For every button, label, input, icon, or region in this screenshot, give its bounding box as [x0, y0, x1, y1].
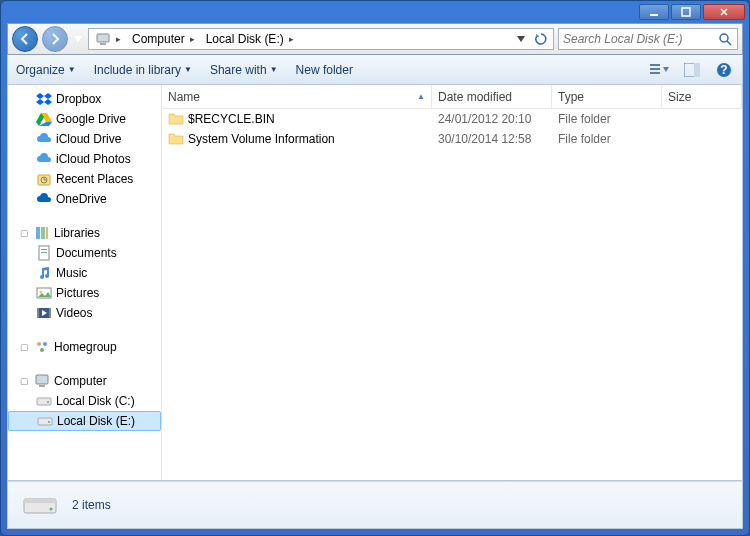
column-name[interactable]: Name ▲	[162, 85, 432, 108]
icloud-icon	[36, 131, 52, 147]
history-dropdown[interactable]	[72, 30, 84, 48]
search-icon[interactable]	[717, 31, 733, 47]
column-date[interactable]: Date modified	[432, 85, 552, 108]
tree-label: iCloud Drive	[56, 132, 121, 146]
tree-label: Videos	[56, 306, 92, 320]
svg-point-21	[40, 291, 43, 294]
computer-icon	[34, 373, 50, 389]
svg-rect-16	[46, 227, 48, 239]
tree-label: OneDrive	[56, 192, 107, 206]
svg-point-4	[720, 34, 728, 42]
svg-rect-32	[38, 418, 52, 425]
sidebar-item-onedrive[interactable]: OneDrive	[8, 189, 161, 209]
preview-pane-button[interactable]	[682, 60, 702, 80]
navigation-pane[interactable]: DropboxGoogle DriveiCloud DriveiCloud Ph…	[8, 85, 162, 480]
svg-rect-24	[49, 308, 51, 318]
command-bar: Organize ▼ Include in library ▼ Share wi…	[7, 55, 743, 85]
column-type[interactable]: Type	[552, 85, 662, 108]
svg-rect-9	[694, 63, 700, 77]
back-button[interactable]	[12, 26, 38, 52]
recent-icon	[36, 171, 52, 187]
tree-label: Libraries	[54, 226, 100, 240]
chevron-right-icon: ▸	[286, 34, 297, 44]
column-label: Name	[168, 90, 200, 104]
view-options-button[interactable]	[650, 60, 670, 80]
svg-rect-14	[36, 227, 40, 239]
file-list[interactable]: $RECYCLE.BIN24/01/2012 20:10File folderS…	[162, 109, 742, 480]
caret-down-icon: ▼	[184, 65, 192, 74]
new-folder-button[interactable]: New folder	[296, 63, 353, 77]
sort-asc-icon: ▲	[417, 92, 425, 101]
sidebar-drive-localdiske[interactable]: Local Disk (E:)	[8, 411, 161, 431]
gdrive-icon	[36, 111, 52, 127]
svg-point-36	[50, 508, 53, 511]
include-library-menu[interactable]: Include in library ▼	[94, 63, 192, 77]
tree-label: Computer	[54, 374, 107, 388]
sidebar-item-google-drive[interactable]: Google Drive	[8, 109, 161, 129]
sidebar-item-pictures[interactable]: Pictures	[8, 283, 161, 303]
address-dropdown[interactable]	[511, 29, 531, 49]
svg-point-27	[40, 348, 44, 352]
sidebar-computer[interactable]: ▢Computer	[8, 371, 161, 391]
sidebar-libraries[interactable]: ▢Libraries	[8, 223, 161, 243]
sidebar-item-dropbox[interactable]: Dropbox	[8, 89, 161, 109]
tree-label: Dropbox	[56, 92, 101, 106]
expander-icon[interactable]: ▢	[20, 376, 30, 386]
onedrive-icon	[36, 191, 52, 207]
search-input[interactable]	[563, 32, 717, 46]
computer-icon	[95, 31, 111, 47]
tree-label: Local Disk (C:)	[56, 394, 135, 408]
close-button[interactable]	[703, 4, 745, 20]
sidebar-item-music[interactable]: Music	[8, 263, 161, 283]
vid-icon	[36, 305, 52, 321]
share-menu[interactable]: Share with ▼	[210, 63, 278, 77]
tree-label: Music	[56, 266, 87, 280]
refresh-button[interactable]	[531, 29, 551, 49]
sidebar-item-recent-places[interactable]: Recent Places	[8, 169, 161, 189]
expander-icon[interactable]: ▢	[20, 342, 30, 352]
address-bar[interactable]: ▸ Computer ▸ Local Disk (E:) ▸	[88, 28, 554, 50]
breadcrumb-root[interactable]: ▸	[91, 29, 128, 49]
maximize-button[interactable]	[671, 4, 701, 20]
svg-rect-7	[650, 72, 660, 74]
tree-label: Pictures	[56, 286, 99, 300]
content-area: DropboxGoogle DriveiCloud DriveiCloud Ph…	[7, 85, 743, 481]
column-size[interactable]: Size	[662, 85, 742, 108]
chevron-right-icon: ▸	[187, 34, 198, 44]
sidebar-drive-localdiskc[interactable]: Local Disk (C:)	[8, 391, 161, 411]
icloud-icon	[36, 151, 52, 167]
expander-icon[interactable]: ▢	[20, 228, 30, 238]
titlebar	[1, 1, 749, 23]
help-button[interactable]: ?	[714, 60, 734, 80]
file-name: System Volume Information	[188, 132, 335, 146]
breadcrumb-drive[interactable]: Local Disk (E:) ▸	[202, 29, 301, 49]
sidebar-item-icloud-photos[interactable]: iCloud Photos	[8, 149, 161, 169]
breadcrumb-computer[interactable]: Computer ▸	[128, 29, 202, 49]
svg-rect-15	[41, 227, 45, 239]
file-row[interactable]: $RECYCLE.BIN24/01/2012 20:10File folder	[162, 109, 742, 129]
file-type: File folder	[552, 112, 662, 126]
sidebar-item-icloud-drive[interactable]: iCloud Drive	[8, 129, 161, 149]
include-label: Include in library	[94, 63, 181, 77]
sidebar-item-documents[interactable]: Documents	[8, 243, 161, 263]
svg-point-33	[48, 421, 50, 423]
svg-rect-28	[36, 375, 48, 384]
column-label: Size	[668, 90, 691, 104]
details-pane: 2 items	[7, 481, 743, 529]
search-box[interactable]	[558, 28, 738, 50]
explorer-window: ▸ Computer ▸ Local Disk (E:) ▸ Org	[0, 0, 750, 536]
svg-rect-1	[682, 8, 690, 16]
file-name: $RECYCLE.BIN	[188, 112, 275, 126]
sidebar-homegroup[interactable]: ▢Homegroup	[8, 337, 161, 357]
share-label: Share with	[210, 63, 267, 77]
svg-rect-29	[39, 385, 45, 387]
file-row[interactable]: System Volume Information30/10/2014 12:5…	[162, 129, 742, 149]
forward-button[interactable]	[42, 26, 68, 52]
tree-label: iCloud Photos	[56, 152, 131, 166]
drive-icon	[20, 489, 60, 521]
svg-rect-23	[37, 308, 39, 318]
sidebar-item-videos[interactable]: Videos	[8, 303, 161, 323]
svg-rect-2	[97, 34, 109, 42]
organize-menu[interactable]: Organize ▼	[16, 63, 76, 77]
minimize-button[interactable]	[639, 4, 669, 20]
